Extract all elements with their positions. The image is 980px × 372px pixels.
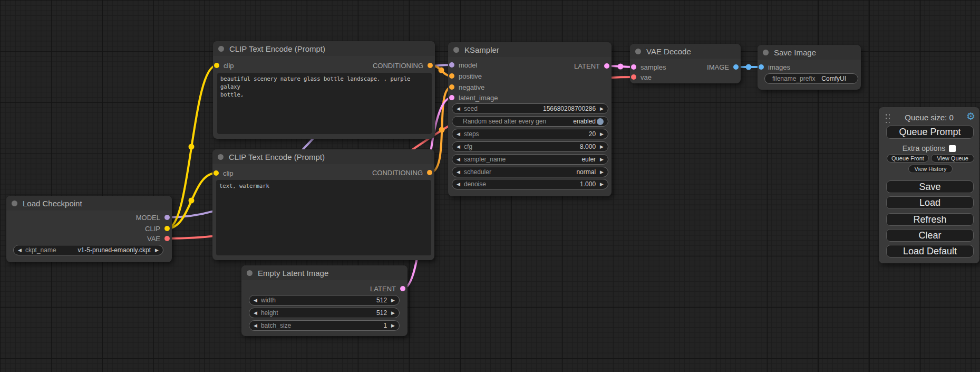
node-empty-latent-image[interactable]: Empty Latent Image LATENT ◀ width 512 ▶ … [241,265,407,336]
toggle-dot-icon[interactable] [597,118,604,125]
increment-arrow-icon[interactable]: ▶ [600,157,604,162]
node-title: Save Image [774,48,816,57]
node-title-bar[interactable]: Load Checkpoint [6,196,172,211]
scheduler-widget[interactable]: ◀ scheduler normal ▶ [452,167,608,177]
node-clip-text-encode-negative[interactable]: CLIP Text Encode (Prompt) clip CONDITION… [212,149,434,260]
clear-button[interactable]: Clear [886,229,974,242]
node-save-image[interactable]: Save Image images filename_prefix ComfyU… [758,45,861,90]
decrement-arrow-icon[interactable]: ◀ [254,323,257,328]
load-default-button[interactable]: Load Default [886,245,974,257]
save-button[interactable]: Save [886,180,974,193]
decrement-arrow-icon[interactable]: ◀ [254,298,257,303]
positive-input-port[interactable] [449,73,454,79]
queue-panel[interactable]: Queue size: 0 ⚙ Queue Prompt Extra optio… [879,107,979,263]
widget-value: 8.000 [580,143,596,150]
increment-arrow-icon[interactable]: ▶ [155,247,159,253]
decrement-arrow-icon[interactable]: ◀ [457,157,460,162]
node-clip-text-encode-positive[interactable]: CLIP Text Encode (Prompt) clip CONDITION… [213,41,435,139]
denoise-widget[interactable]: ◀ denoise 1.000 ▶ [452,179,608,189]
collapse-dot-icon[interactable] [635,49,641,54]
latent-output-port[interactable] [604,63,609,69]
batch-size-widget[interactable]: ◀ batch_size 1 ▶ [249,320,400,331]
port-label: CONDITIONING [373,62,423,70]
increment-arrow-icon[interactable]: ▶ [600,144,604,149]
latent-output-port[interactable] [400,286,405,291]
collapse-dot-icon[interactable] [218,46,224,52]
clip-input-port[interactable] [214,170,219,176]
increment-arrow-icon[interactable]: ▶ [391,323,395,328]
refresh-button[interactable]: Refresh [886,213,974,226]
node-graph-canvas[interactable]: Load Checkpoint MODEL CLIP VAE ◀ ckpt_na… [0,0,980,372]
output-conditioning: CONDITIONING [373,62,433,69]
node-title: VAE Decode [646,47,691,56]
collapse-dot-icon[interactable] [218,154,224,160]
node-title-bar[interactable]: CLIP Text Encode (Prompt) [212,149,434,164]
decrement-arrow-icon[interactable]: ◀ [18,247,22,253]
conditioning-output-port[interactable] [427,170,432,175]
clip-input-port[interactable] [214,63,219,68]
vae-input-port[interactable] [631,74,636,80]
widget-value: 20 [589,130,596,138]
node-load-checkpoint[interactable]: Load Checkpoint MODEL CLIP VAE ◀ ckpt_na… [6,196,172,262]
queue-prompt-button[interactable]: Queue Prompt [886,126,974,139]
collapse-dot-icon[interactable] [12,201,17,206]
model-input-port[interactable] [449,62,454,68]
decrement-arrow-icon[interactable]: ◀ [457,169,460,175]
model-output-port[interactable] [164,215,170,220]
increment-arrow-icon[interactable]: ▶ [600,169,604,175]
node-ksampler[interactable]: KSampler model positive negative latent_… [448,42,612,196]
latent-image-input-port[interactable] [449,95,454,100]
clip-output-port[interactable] [164,226,170,231]
node-title-bar[interactable]: KSampler [448,42,612,57]
node-title-bar[interactable]: Empty Latent Image [241,265,407,280]
view-queue-button[interactable]: View Queue [931,154,974,163]
queue-front-button[interactable]: Queue Front [887,154,929,163]
ckpt-name-widget[interactable]: ◀ ckpt_name v1-5-pruned-emaonly.ckpt ▶ [13,245,163,255]
decrement-arrow-icon[interactable]: ◀ [457,106,460,111]
vae-output-port[interactable] [164,236,170,241]
load-button[interactable]: Load [886,196,974,209]
increment-arrow-icon[interactable]: ▶ [391,310,395,316]
increment-arrow-icon[interactable]: ▶ [600,182,604,187]
prompt-textarea[interactable]: text, watermark [216,180,431,255]
node-title-bar[interactable]: VAE Decode [630,44,741,59]
collapse-dot-icon[interactable] [453,47,459,53]
collapse-dot-icon[interactable] [763,50,769,55]
widget-value: 1 [383,322,387,329]
increment-arrow-icon[interactable]: ▶ [391,298,395,303]
increment-arrow-icon[interactable]: ▶ [600,106,604,111]
steps-widget[interactable]: ◀ steps 20 ▶ [452,129,608,139]
node-title: CLIP Text Encode (Prompt) [229,152,325,161]
negative-input-port[interactable] [449,84,454,90]
sampler-name-widget[interactable]: ◀ sampler_name euler ▶ [452,154,608,165]
image-output-port[interactable] [733,64,739,70]
extra-options-checkbox[interactable] [949,145,956,152]
widget-value: 1.000 [580,180,596,188]
input-images: images [759,63,790,71]
collapse-dot-icon[interactable] [247,270,253,276]
height-widget[interactable]: ◀ height 512 ▶ [249,308,400,318]
node-title-bar[interactable]: Save Image [758,45,861,60]
images-input-port[interactable] [759,64,764,70]
view-history-button[interactable]: View History [908,165,953,173]
width-widget[interactable]: ◀ width 512 ▶ [249,295,400,306]
filename-prefix-widget[interactable]: filename_prefix ComfyUI [764,73,858,84]
cfg-widget[interactable]: ◀ cfg 8.000 ▶ [452,141,608,152]
node-vae-decode[interactable]: VAE Decode samples vae IMAGE [630,44,741,83]
widget-value: euler [581,156,596,163]
decrement-arrow-icon[interactable]: ◀ [457,182,460,187]
conditioning-output-port[interactable] [428,63,433,68]
decrement-arrow-icon[interactable]: ◀ [457,131,460,137]
random-seed-toggle-widget[interactable]: Random seed after every gen enabled [452,116,608,127]
settings-gear-icon[interactable]: ⚙ [966,111,975,121]
node-title-bar[interactable]: CLIP Text Encode (Prompt) [213,41,435,56]
decrement-arrow-icon[interactable]: ◀ [457,144,460,149]
seed-widget[interactable]: ◀ seed 156680208700286 ▶ [452,103,608,114]
output-latent: LATENT [370,285,405,292]
samples-input-port[interactable] [631,64,636,70]
decrement-arrow-icon[interactable]: ◀ [254,310,257,316]
port-label: negative [459,83,484,91]
prompt-textarea[interactable]: beautiful scenery nature glass bottle la… [217,73,432,134]
increment-arrow-icon[interactable]: ▶ [600,131,604,137]
port-label: CONDITIONING [372,169,423,177]
